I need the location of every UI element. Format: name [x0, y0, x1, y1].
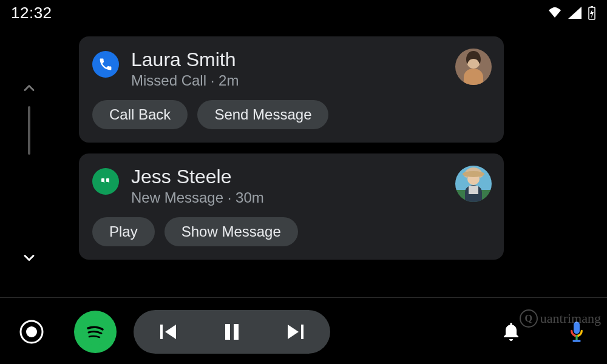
nav-divider — [0, 297, 607, 298]
status-bar: 12:32 — [0, 0, 607, 25]
call-back-button[interactable]: Call Back — [92, 100, 188, 129]
svg-point-12 — [26, 326, 37, 337]
notification-subtitle: New Message · 30m — [131, 189, 490, 206]
battery-icon — [588, 5, 596, 20]
scroll-indicator — [11, 76, 47, 270]
launcher-button[interactable] — [16, 316, 47, 348]
notification-card[interactable]: Laura Smith Missed Call · 2m Call Back S… — [79, 36, 504, 143]
svg-rect-16 — [234, 324, 239, 340]
svg-rect-17 — [301, 325, 304, 339]
svg-rect-9 — [469, 186, 478, 194]
phone-icon — [92, 51, 119, 78]
svg-point-10 — [463, 171, 484, 177]
svg-rect-14 — [160, 325, 163, 339]
next-track-button[interactable] — [282, 318, 308, 345]
play-button[interactable]: Play — [92, 217, 155, 246]
previous-track-button[interactable] — [155, 318, 182, 345]
wifi-icon — [548, 7, 562, 19]
avatar — [455, 49, 492, 85]
scroll-down-button[interactable] — [17, 246, 41, 270]
notifications-button[interactable] — [497, 317, 526, 346]
send-message-button[interactable]: Send Message — [197, 100, 328, 129]
pause-button[interactable] — [219, 318, 245, 345]
svg-rect-15 — [225, 324, 230, 340]
contact-name: Jess Steele — [131, 166, 490, 188]
bottom-nav — [0, 300, 607, 364]
spotify-app-icon[interactable] — [74, 311, 117, 353]
notification-list: Laura Smith Missed Call · 2m Call Back S… — [79, 36, 504, 271]
svg-rect-1 — [591, 6, 593, 7]
cell-signal-icon — [568, 7, 582, 19]
avatar — [455, 166, 492, 202]
scroll-up-button[interactable] — [17, 76, 41, 100]
contact-name: Laura Smith — [131, 49, 490, 71]
status-icons — [548, 5, 596, 20]
hangouts-icon — [92, 168, 119, 195]
clock: 12:32 — [11, 4, 52, 22]
voice-assistant-button[interactable] — [562, 317, 591, 346]
scroll-track — [28, 106, 30, 155]
media-controls — [134, 310, 330, 354]
notification-subtitle: Missed Call · 2m — [131, 72, 490, 89]
notification-card[interactable]: Jess Steele New Message · 30m Play Show … — [79, 153, 504, 260]
show-message-button[interactable]: Show Message — [164, 217, 298, 246]
